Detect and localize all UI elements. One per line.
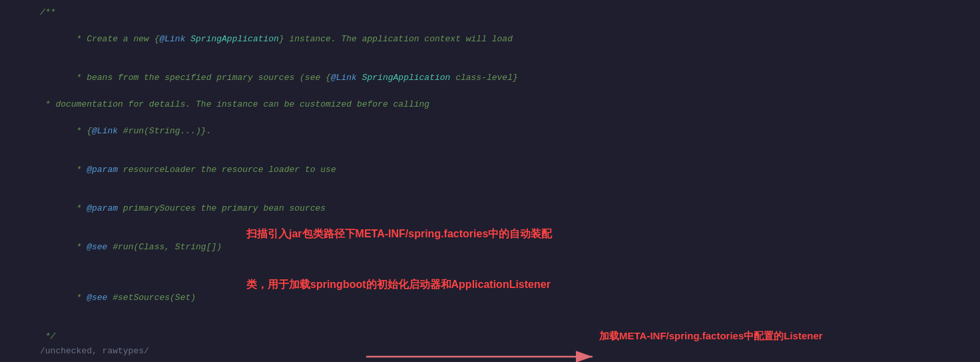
annotation-1-text2: 类，用于加载springboot的初始化启动器和ApplicationListe… — [246, 279, 551, 291]
code-line: * documentation for details. The instanc… — [0, 97, 980, 112]
code-line: /** — [0, 5, 980, 20]
line-content: * @see #run(Class, String[]) 扫描引入jar包类路径… — [37, 228, 980, 279]
line-number — [0, 279, 27, 280]
line-number — [0, 112, 27, 113]
line-number — [0, 228, 27, 229]
code-line: * {@Link #run(String...)}. — [0, 112, 980, 151]
line-content: * documentation for details. The instanc… — [37, 97, 980, 112]
line-number — [0, 329, 27, 331]
line-number — [0, 5, 27, 7]
line-content: /unchecked, rawtypes/ — [37, 344, 980, 359]
line-content: * Create a new {@Link SpringApplication}… — [37, 20, 980, 59]
code-line: /unchecked, rawtypes/ — [0, 344, 980, 359]
code-line: * @param resourceLoader the resource loa… — [0, 151, 980, 189]
line-number — [0, 97, 27, 99]
line-number — [0, 189, 27, 191]
line-content: * beans from the specified primary sourc… — [37, 59, 980, 97]
code-editor: /** * Create a new {@Link SpringApplicat… — [0, 0, 980, 362]
line-content: /** — [37, 5, 980, 20]
code-line: * @see #run(Class, String[]) 扫描引入jar包类路径… — [0, 228, 980, 279]
line-content: * @see #setSources(Set) 类，用于加载springboot… — [37, 279, 980, 329]
line-number — [0, 151, 27, 152]
annotation-1-text1: 扫描引入jar包类路径下META-INF/spring.factories中的自… — [246, 228, 552, 240]
line-content: * @param resourceLoader the resource loa… — [37, 151, 980, 189]
line-number — [0, 59, 27, 60]
line-content: */ — [37, 329, 980, 344]
line-content: public SpringApplication(ResourceLoader … — [37, 359, 980, 362]
line-content: * @param primarySources the primary bean… — [37, 189, 980, 228]
code-line: * Create a new {@Link SpringApplication}… — [0, 20, 980, 59]
code-line: public SpringApplication(ResourceLoader … — [0, 359, 980, 362]
line-content: * {@Link #run(String...)}. — [37, 112, 980, 151]
code-line: * @see #setSources(Set) 类，用于加载springboot… — [0, 279, 980, 329]
code-line: * beans from the specified primary sourc… — [0, 59, 980, 97]
code-line: * @param primarySources the primary bean… — [0, 189, 980, 228]
line-number — [0, 344, 27, 345]
line-number — [0, 20, 27, 21]
line-number — [0, 359, 27, 360]
code-line: */ — [0, 329, 980, 344]
